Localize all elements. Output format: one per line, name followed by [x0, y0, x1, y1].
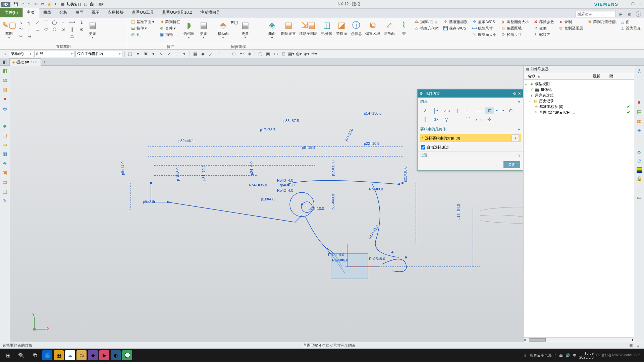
left-nav-13-icon[interactable]: ⬚ — [1, 188, 9, 195]
sel-4-icon[interactable]: ▾ — [150, 51, 157, 57]
sel-2-icon[interactable]: ▾ — [135, 51, 141, 57]
trim-icon[interactable]: ✂ — [17, 33, 24, 40]
nav-cameras-row[interactable]: +✔📷摄像机 — [524, 87, 633, 93]
c-equal-icon[interactable]: ＝ — [452, 116, 462, 123]
resize-face-button[interactable]: ⤡调整面大小 — [471, 32, 497, 38]
thread-tool-button[interactable]: ⌇螺纹刀 — [532, 32, 555, 38]
left-nav-2-icon[interactable]: 🗁 — [1, 76, 9, 84]
mirror-geom-button[interactable]: ⧋镜像几何体 — [413, 25, 440, 31]
right-rail-6-icon[interactable]: ⬘ — [636, 148, 643, 156]
snap-8-icon[interactable]: ⊚ — [246, 51, 253, 57]
search-command-input[interactable] — [576, 11, 616, 17]
mirror-curve-icon[interactable]: ⧋ — [69, 33, 75, 40]
settings-collapse-icon[interactable]: v — [519, 153, 521, 157]
sketch-button[interactable]: ✎▢草图▾ — [2, 19, 16, 40]
layer-settings-button[interactable]: ▤图层设置 — [280, 19, 297, 36]
right-rail-2-icon[interactable]: ■ — [636, 99, 643, 106]
right-rail-3-icon[interactable]: ▤ — [636, 108, 643, 115]
left-nav-1-icon[interactable]: ◧ — [1, 67, 9, 74]
project-icon[interactable]: ⤓ — [78, 19, 85, 25]
app2-icon[interactable]: ▦ — [54, 350, 64, 360]
geom-collapse-icon[interactable]: ʌ — [518, 127, 520, 131]
save-wcs-button[interactable]: 💾保存 WCS — [442, 25, 469, 31]
ellipse-icon[interactable]: ⬭ — [43, 26, 49, 33]
right-rail-1-icon[interactable]: ◎ — [636, 67, 643, 74]
resource-bar-icon[interactable]: ◧ — [1, 59, 8, 65]
taskview-icon[interactable]: ⧉ — [29, 349, 41, 361]
left-nav-12-icon[interactable]: ▤ — [1, 178, 9, 186]
minimize-icon[interactable]: — — [623, 2, 628, 7]
left-nav-4-icon[interactable]: ■ — [1, 95, 9, 103]
nav-col-new[interactable]: 最新 — [591, 74, 607, 79]
left-nav-5-icon[interactable]: ◎ — [1, 105, 9, 112]
view-2-icon[interactable]: ▣ — [265, 51, 271, 57]
sel-1-icon[interactable]: ⬚ — [127, 51, 133, 57]
snap-5-icon[interactable]: → — [223, 51, 229, 57]
show-wcs-button[interactable]: ✛显示 WCS — [471, 19, 497, 25]
graphics-viewport[interactable]: p14=130.0 p33=87.5 p17=78.7 p32=46.1 p5=… — [10, 66, 523, 342]
sel-6-icon[interactable]: ↗ — [165, 51, 172, 57]
app6-icon[interactable]: ▶ — [99, 350, 109, 360]
c-fix-icon[interactable]: ⟋⟍ — [474, 116, 483, 123]
move-face-button[interactable]: ⬘移动面▾ — [216, 19, 230, 40]
app3-icon[interactable]: ☁ — [65, 350, 75, 360]
pick-object-field[interactable]: * 选择要约束的对象 (0) ✛ — [420, 134, 521, 142]
c-perpendicular-icon[interactable]: ⊥ — [463, 107, 473, 114]
tab-home[interactable]: 主页 — [22, 8, 39, 17]
c-scale-icon[interactable]: ✛ — [485, 116, 494, 123]
view-1-icon[interactable]: ▢ — [257, 51, 264, 57]
point-info-button[interactable]: ⓘ点信息 — [349, 19, 363, 36]
explorer-icon[interactable]: 🗂 — [76, 350, 87, 360]
menu-icon[interactable]: ⌂ — [1, 51, 8, 57]
left-nav-6-icon[interactable]: ◆ — [1, 122, 9, 129]
edge-icon[interactable]: 🌐 — [42, 350, 52, 360]
view-5-icon[interactable]: ▦▾ — [288, 51, 294, 57]
view-3-icon[interactable]: ⬭ — [272, 51, 279, 57]
left-nav-9-icon[interactable]: ▦ — [1, 150, 9, 158]
rapid-dim-icon[interactable]: ⟷ — [69, 19, 75, 25]
c-symmetric-icon[interactable]: ⌒ — [463, 116, 473, 123]
repeat-icon[interactable]: ↻ — [53, 2, 59, 7]
search-icon[interactable]: 🔍 — [15, 349, 28, 361]
left-nav-3-icon[interactable]: ▤ — [1, 86, 9, 93]
restore-icon[interactable]: ❐ — [630, 2, 636, 7]
linear-dim-button[interactable]: ⟷线性尺寸 — [471, 25, 497, 31]
c-vertical-icon[interactable]: ┃ — [420, 116, 430, 123]
c-parallel-icon[interactable]: ∥ — [452, 107, 462, 114]
spline-icon[interactable]: 〜 — [17, 26, 24, 33]
c-equalangle-icon[interactable]: ≫ — [431, 116, 440, 123]
tube-button[interactable]: ⌇管 — [397, 19, 411, 36]
wcs-orient-button[interactable]: ✛WCS 定向 — [413, 19, 438, 25]
replace-face-button[interactable]: ◪替换面 — [334, 19, 348, 36]
geo-const-icon[interactable]: ∥ — [69, 26, 75, 33]
dialog-gear-icon[interactable]: ⚙ — [420, 92, 423, 96]
cut-icon[interactable]: ✂ — [33, 2, 39, 7]
tab-surface[interactable]: 曲面 — [71, 8, 88, 17]
menu-dropdown[interactable]: 菜单(M) — [9, 51, 33, 57]
tab-ysug10[interactable]: 燕秀UG模具10.2 — [158, 8, 196, 17]
snap-7-icon[interactable]: 〜 — [238, 51, 245, 57]
tray-ime-icon[interactable]: 中 — [573, 353, 577, 358]
more-feature-button[interactable]: ▤更多▾ — [197, 19, 211, 40]
right-rail-7-icon[interactable]: ⏱ — [636, 158, 643, 165]
copy-to-layer-button[interactable]: ⧉复制至图层 — [557, 25, 584, 31]
wcs-dynamic-button[interactable]: ✛WCS 动态 — [442, 19, 467, 25]
nav-userexp-row[interactable]: -ƒ用户表达式 — [524, 93, 633, 98]
left-nav-8-icon[interactable]: ▭ — [1, 141, 9, 148]
sel-7-icon[interactable]: ⬚ — [173, 51, 180, 57]
scope-filter-dropdown[interactable]: 仅在工作部件内 — [75, 51, 122, 57]
type-filter-dropdown[interactable]: 曲线 — [34, 51, 74, 57]
pick-target-icon[interactable]: ✛ — [512, 134, 519, 142]
datum-plane-button[interactable]: ◫基准平面 ▾ — [129, 19, 155, 25]
scale-face-button[interactable]: ⤢缩放面 — [382, 19, 396, 36]
add-file-tab-icon[interactable]: + — [42, 59, 48, 65]
switch-window-icon[interactable]: ▦ — [60, 2, 65, 7]
c-concentric-icon[interactable]: ⊙ — [506, 107, 516, 114]
nav-hscrollbar[interactable]: ◂▸ — [524, 337, 634, 342]
tab-analyze[interactable]: 分析 — [55, 8, 71, 17]
right-rail-9-icon[interactable]: 🔒 — [636, 175, 643, 182]
touch-icon[interactable]: ☝ — [47, 2, 52, 7]
sel-5-icon[interactable]: ↖ — [158, 51, 164, 57]
transform-button[interactable]: ⤭变换 — [532, 25, 555, 31]
window-icon[interactable]: ▢ — [83, 2, 88, 7]
